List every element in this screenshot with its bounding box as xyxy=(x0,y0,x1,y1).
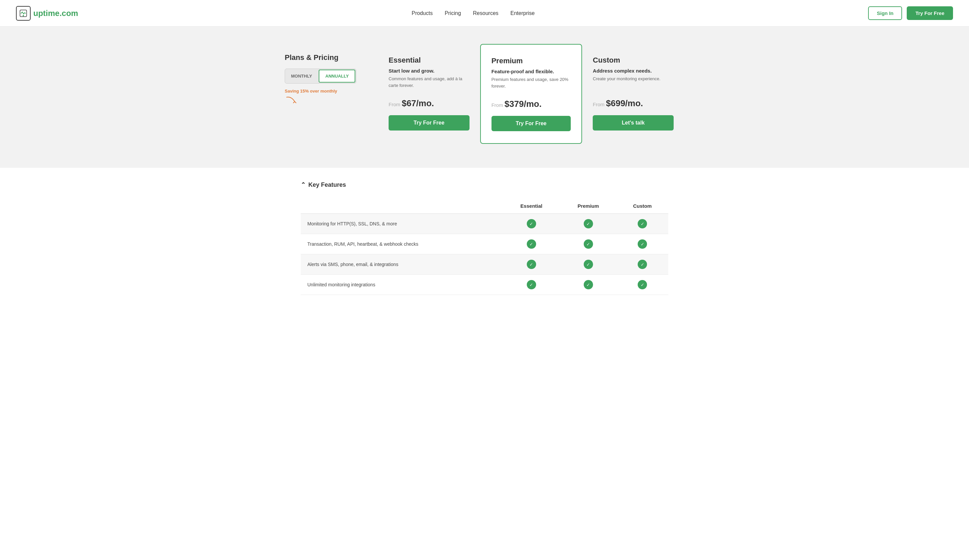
features-table: Essential Premium Custom Monitoring for … xyxy=(301,198,668,295)
feature-label: Transaction, RUM, API, heartbeat, & webh… xyxy=(301,234,503,254)
check-icon: ✓ xyxy=(527,219,536,228)
feature-col-custom: Custom xyxy=(616,198,668,214)
essential-name: Essential xyxy=(389,56,470,65)
feature-label: Monitoring for HTTP(S), SSL, DNS, & more xyxy=(301,214,503,234)
check-icon: ✓ xyxy=(638,219,647,228)
check-icon: ✓ xyxy=(638,280,647,289)
feature-label: Unlimited monitoring integrations xyxy=(301,275,503,295)
features-container: ⌃ Key Features Essential Premium Custom … xyxy=(285,168,684,315)
chevron-up-icon: ⌃ xyxy=(301,181,306,188)
pricing-section: Plans & Pricing MONTHLY ANNUALLY Saving … xyxy=(0,27,969,168)
features-header: ⌃ Key Features xyxy=(301,181,668,192)
feature-row: Alerts via SMS, phone, email, & integrat… xyxy=(301,254,668,275)
plans-title: Plans & Pricing xyxy=(285,53,378,62)
nav-pricing[interactable]: Pricing xyxy=(445,10,461,16)
features-section: ⌃ Key Features Essential Premium Custom … xyxy=(0,168,969,335)
feature-col-label xyxy=(301,198,503,214)
signin-button[interactable]: Sign In xyxy=(868,6,902,20)
plan-custom: Custom Address complex needs. Create you… xyxy=(582,47,684,141)
feature-label: Alerts via SMS, phone, email, & integrat… xyxy=(301,254,503,275)
logo[interactable]: uptime.com xyxy=(16,6,78,21)
features-title: Key Features xyxy=(308,181,346,188)
nav-products[interactable]: Products xyxy=(411,10,433,16)
nav-resources[interactable]: Resources xyxy=(473,10,498,16)
check-icon: ✓ xyxy=(584,239,593,249)
feature-col-essential: Essential xyxy=(503,198,560,214)
premium-desc: Premium features and usage, save 20% for… xyxy=(491,76,571,92)
toggle-monthly[interactable]: MONTHLY xyxy=(285,69,318,83)
custom-name: Custom xyxy=(593,56,674,65)
feature-col-premium: Premium xyxy=(560,198,616,214)
essential-desc: Common features and usage, add à la cart… xyxy=(389,76,470,91)
premium-tagline: Feature-proof and flexible. xyxy=(491,68,571,74)
try-for-free-button[interactable]: Try For Free xyxy=(907,6,953,20)
check-icon: ✓ xyxy=(638,239,647,249)
essential-price: From $67/mo. xyxy=(389,98,470,108)
custom-tagline: Address complex needs. xyxy=(593,68,674,73)
custom-cta-button[interactable]: Let's talk xyxy=(593,115,674,131)
feature-row: Transaction, RUM, API, heartbeat, & webh… xyxy=(301,234,668,254)
custom-price: From $699/mo. xyxy=(593,98,674,108)
nav-actions: Sign In Try For Free xyxy=(868,6,953,20)
essential-tagline: Start low and grow. xyxy=(389,68,470,73)
check-icon: ✓ xyxy=(527,280,536,289)
plans-grid: Plans & Pricing MONTHLY ANNUALLY Saving … xyxy=(285,47,684,141)
plans-label: Plans & Pricing MONTHLY ANNUALLY Saving … xyxy=(285,47,378,141)
logo-icon xyxy=(16,6,31,21)
check-icon: ✓ xyxy=(584,260,593,269)
nav-links: Products Pricing Resources Enterprise xyxy=(411,10,534,16)
check-icon: ✓ xyxy=(527,260,536,269)
feature-row: Monitoring for HTTP(S), SSL, DNS, & more… xyxy=(301,214,668,234)
essential-cta-button[interactable]: Try For Free xyxy=(389,115,470,131)
features-header-row: Essential Premium Custom xyxy=(301,198,668,214)
check-icon: ✓ xyxy=(584,219,593,228)
billing-toggle: MONTHLY ANNUALLY xyxy=(285,68,356,83)
check-icon: ✓ xyxy=(638,260,647,269)
plan-essential: Essential Start low and grow. Common fea… xyxy=(378,47,480,141)
plan-premium: Premium Feature-proof and flexible. Prem… xyxy=(480,44,583,144)
premium-cta-button[interactable]: Try For Free xyxy=(491,116,571,131)
feature-row: Unlimited monitoring integrations✓✓✓ xyxy=(301,275,668,295)
logo-text: uptime.com xyxy=(33,9,78,18)
check-icon: ✓ xyxy=(527,239,536,249)
custom-desc: Create your monitoring experience. xyxy=(593,76,674,91)
toggle-annually[interactable]: ANNUALLY xyxy=(319,70,355,83)
check-icon: ✓ xyxy=(584,280,593,289)
saving-text: Saving 15% over monthly xyxy=(285,88,378,107)
nav-enterprise[interactable]: Enterprise xyxy=(511,10,535,16)
premium-name: Premium xyxy=(491,56,571,65)
navbar: uptime.com Products Pricing Resources En… xyxy=(0,0,969,27)
svg-point-1 xyxy=(23,15,24,16)
premium-price: From $379/mo. xyxy=(491,99,571,109)
